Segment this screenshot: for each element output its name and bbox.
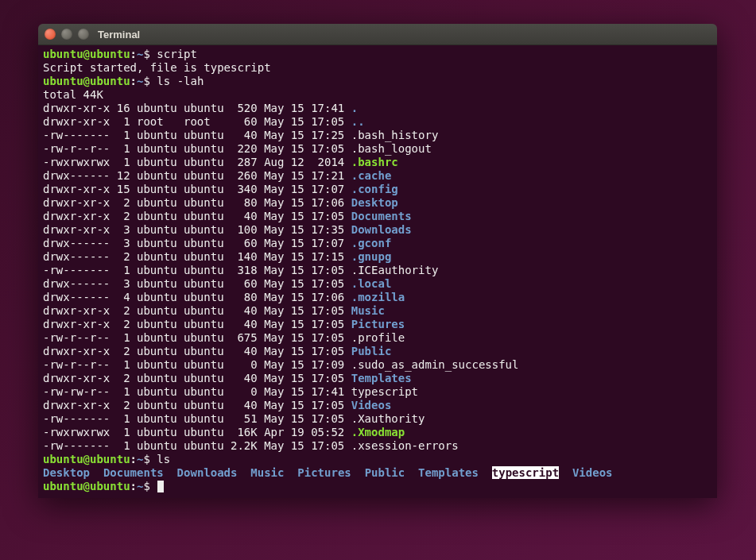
file-listing-row: drwx------ 4 ubuntu ubuntu 80 May 15 17:… — [43, 291, 712, 304]
prompt-user: ubuntu — [43, 48, 83, 60]
file-name: .local — [351, 277, 392, 290]
file-name: .Xauthority — [351, 412, 425, 425]
terminal-body[interactable]: ubuntu@ubuntu:~$ script Script started, … — [38, 45, 717, 498]
command-text: script — [157, 48, 197, 60]
file-name: .bash_history — [351, 129, 439, 141]
file-name: .bash_logout — [351, 142, 432, 155]
ls-output-line: Desktop Documents Downloads Music Pictur… — [43, 466, 712, 480]
file-name: .bashrc — [351, 156, 398, 168]
file-name: . — [351, 102, 358, 114]
file-name: .. — [351, 115, 365, 128]
file-name: Downloads — [351, 223, 412, 236]
ls-item: Videos — [572, 466, 613, 479]
ls-item: Public — [365, 466, 405, 479]
file-listing-row: drwx------ 3 ubuntu ubuntu 60 May 15 17:… — [43, 237, 712, 250]
file-name: Music — [351, 304, 385, 317]
command-text: ls -lah — [157, 75, 204, 87]
file-listing-row: drwxr-xr-x 2 ubuntu ubuntu 40 May 15 17:… — [43, 318, 712, 331]
terminal-line: ubuntu@ubuntu:~$ ls -lah — [43, 75, 712, 88]
file-name: .config — [351, 183, 398, 195]
minimize-icon[interactable] — [61, 29, 72, 40]
file-name: typescript — [351, 385, 418, 398]
terminal-window: Terminal ubuntu@ubuntu:~$ script Script … — [38, 24, 717, 498]
file-name: .Xmodmap — [351, 426, 405, 438]
file-listing-row: drwxr-xr-x 1 root root 60 May 15 17:05 .… — [43, 115, 712, 129]
file-listing-row: -rw------- 1 ubuntu ubuntu 40 May 15 17:… — [43, 129, 712, 142]
file-name: .cache — [351, 169, 392, 182]
file-name: .gnupg — [351, 250, 392, 263]
file-name: Templates — [351, 372, 412, 384]
file-listing-row: -rwxrwxrwx 1 ubuntu ubuntu 16K Apr 19 05… — [43, 426, 712, 439]
file-name: .mozilla — [351, 291, 405, 303]
prompt-colon: : — [130, 48, 137, 60]
cursor-icon — [157, 481, 164, 492]
terminal-line: ubuntu@ubuntu:~$ ls — [43, 453, 712, 466]
ls-item: Music — [250, 466, 284, 479]
close-icon[interactable] — [45, 29, 56, 40]
ls-item: Downloads — [177, 466, 238, 479]
file-listing-row: drwxr-xr-x 2 ubuntu ubuntu 40 May 15 17:… — [43, 345, 712, 358]
ls-item: Documents — [103, 466, 164, 479]
file-listing-row: -rwxrwxrwx 1 ubuntu ubuntu 287 Aug 12 20… — [43, 156, 712, 169]
file-name: Videos — [351, 399, 392, 411]
file-listing-row: drwxr-xr-x 16 ubuntu ubuntu 520 May 15 1… — [43, 102, 712, 115]
ls-item: Pictures — [297, 466, 351, 479]
file-name: Pictures — [351, 318, 405, 330]
file-listing-row: drwxr-xr-x 3 ubuntu ubuntu 100 May 15 17… — [43, 223, 712, 237]
file-listing-row: -rw------- 1 ubuntu ubuntu 318 May 15 17… — [43, 264, 712, 277]
file-listing-row: drwxr-xr-x 2 ubuntu ubuntu 80 May 15 17:… — [43, 196, 712, 210]
file-listing-row: -rw-r--r-- 1 ubuntu ubuntu 675 May 15 17… — [43, 331, 712, 345]
file-listing-row: -rw-r--r-- 1 ubuntu ubuntu 0 May 15 17:0… — [43, 358, 712, 372]
command-text: ls — [157, 453, 170, 465]
file-listing-row: -rw-rw-r-- 1 ubuntu ubuntu 0 May 15 17:4… — [43, 385, 712, 399]
ls-item: Templates — [418, 466, 479, 479]
file-listing-row: drwxr-xr-x 2 ubuntu ubuntu 40 May 15 17:… — [43, 399, 712, 412]
titlebar[interactable]: Terminal — [38, 24, 717, 45]
prompt-host: ubuntu — [90, 48, 130, 60]
file-name: .profile — [351, 331, 405, 344]
file-listing-row: drwxr-xr-x 2 ubuntu ubuntu 40 May 15 17:… — [43, 210, 712, 223]
terminal-line[interactable]: ubuntu@ubuntu:~$ — [43, 480, 712, 493]
file-name: Desktop — [351, 196, 398, 209]
terminal-line: ubuntu@ubuntu:~$ script — [43, 48, 712, 61]
maximize-icon[interactable] — [78, 29, 89, 40]
file-name: .gconf — [351, 237, 392, 249]
ls-item: typescript — [492, 466, 559, 479]
file-listing-row: drwx------ 12 ubuntu ubuntu 260 May 15 1… — [43, 169, 712, 183]
file-listing-row: drwx------ 3 ubuntu ubuntu 60 May 15 17:… — [43, 277, 712, 291]
file-name: .sudo_as_admin_successful — [351, 358, 519, 371]
file-listing-row: -rw------- 1 ubuntu ubuntu 51 May 15 17:… — [43, 412, 712, 426]
file-listing: drwxr-xr-x 16 ubuntu ubuntu 520 May 15 1… — [43, 102, 712, 453]
terminal-line: total 44K — [43, 88, 712, 102]
file-name: Documents — [351, 210, 412, 222]
prompt-at: @ — [83, 48, 90, 60]
file-name: .ICEauthority — [351, 264, 439, 276]
file-listing-row: drwxr-xr-x 15 ubuntu ubuntu 340 May 15 1… — [43, 183, 712, 196]
ls-item: Desktop — [43, 466, 90, 479]
file-listing-row: drwx------ 2 ubuntu ubuntu 140 May 15 17… — [43, 250, 712, 264]
file-listing-row: drwxr-xr-x 2 ubuntu ubuntu 40 May 15 17:… — [43, 372, 712, 385]
file-listing-row: drwxr-xr-x 2 ubuntu ubuntu 40 May 15 17:… — [43, 304, 712, 318]
file-name: Public — [351, 345, 392, 357]
terminal-line: Script started, file is typescript — [43, 61, 712, 75]
window-title: Terminal — [98, 29, 140, 41]
prompt-sigil: $ — [143, 48, 149, 60]
file-listing-row: -rw-r--r-- 1 ubuntu ubuntu 220 May 15 17… — [43, 142, 712, 156]
file-listing-row: -rw------- 1 ubuntu ubuntu 2.2K May 15 1… — [43, 439, 712, 453]
file-name: .xsession-errors — [351, 439, 459, 452]
